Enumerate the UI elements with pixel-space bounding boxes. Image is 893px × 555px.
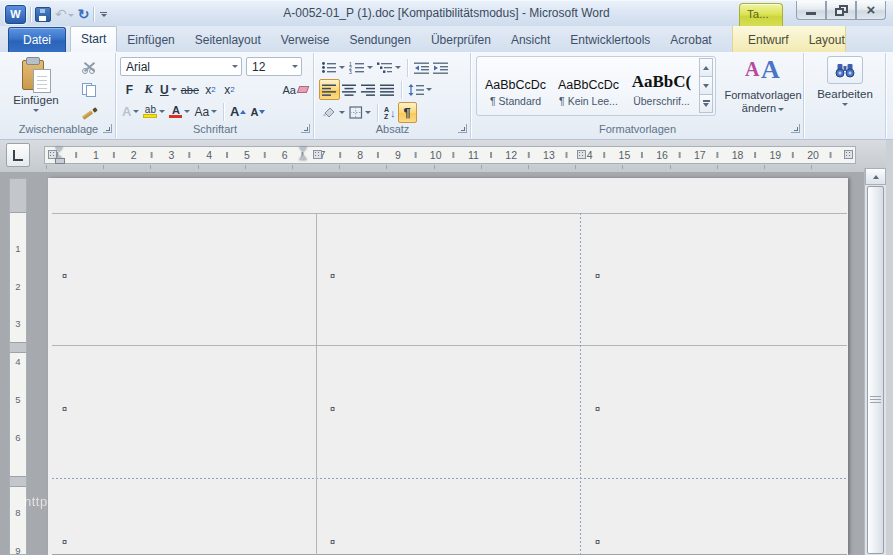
copy-icon bbox=[82, 83, 96, 97]
strikethrough-button[interactable]: abe bbox=[179, 80, 201, 99]
dialog-launcher-icon[interactable] bbox=[103, 124, 112, 133]
copy-button[interactable] bbox=[74, 80, 104, 100]
clipboard-mini-buttons bbox=[74, 57, 104, 123]
text-effects-button[interactable]: A bbox=[120, 102, 141, 121]
italic-button[interactable]: K bbox=[139, 80, 158, 99]
grow-font-glyph: A bbox=[230, 104, 239, 119]
left-indent-marker[interactable] bbox=[55, 158, 65, 164]
show-paragraph-marks-button[interactable]: ¶ bbox=[398, 102, 417, 123]
gallery-scroll-up-button[interactable] bbox=[699, 58, 713, 77]
clear-formatting-button[interactable]: Aa bbox=[281, 80, 310, 99]
font-name-combobox[interactable]: Arial bbox=[120, 57, 242, 76]
font-color-button[interactable]: A bbox=[167, 102, 192, 121]
chevron-down-icon bbox=[426, 88, 432, 91]
align-left-button[interactable] bbox=[319, 79, 340, 100]
document-page[interactable]: ¤¤¤¤¤¤¤¤¤ bbox=[48, 178, 848, 555]
editing-button[interactable]: Bearbeiten bbox=[811, 55, 879, 133]
horizontal-ruler[interactable]: 1234567891011121314151617181920 bbox=[44, 146, 856, 164]
gallery-more-button[interactable] bbox=[699, 94, 713, 113]
group-styles: AaBbCcDc ¶ Standard AaBbCcDc ¶ Kein Lee.… bbox=[472, 53, 804, 138]
shading-button[interactable] bbox=[319, 103, 347, 122]
bold-button[interactable]: F bbox=[120, 80, 139, 99]
tab-acrobat[interactable]: Acrobat bbox=[660, 29, 721, 52]
h-ruler-number: 8 bbox=[356, 149, 364, 161]
tab-entwicklertools[interactable]: Entwicklertools bbox=[560, 29, 660, 52]
tab-ueberpruefen[interactable]: Überprüfen bbox=[421, 29, 501, 52]
window-controls: × bbox=[796, 1, 886, 20]
tab-einfuegen[interactable]: Einfügen bbox=[117, 29, 184, 52]
bullets-button[interactable] bbox=[319, 58, 347, 77]
close-button[interactable]: × bbox=[856, 1, 886, 20]
superscript-button[interactable]: x2 bbox=[220, 80, 239, 99]
dialog-launcher-icon[interactable] bbox=[301, 124, 310, 133]
tab-ansicht[interactable]: Ansicht bbox=[501, 29, 560, 52]
gallery-scroll-down-button[interactable] bbox=[699, 76, 713, 95]
v-ruler-number: 3 bbox=[10, 318, 26, 329]
paste-button[interactable]: Einfügen bbox=[6, 55, 66, 133]
title-bar: W ↶ ↻ A-0052-01_P (1).doc [Kompatibilitä… bbox=[0, 0, 893, 26]
subscript-button[interactable]: x2 bbox=[201, 80, 220, 99]
text-highlight-button[interactable]: ab bbox=[141, 102, 167, 121]
underline-button[interactable]: U bbox=[158, 80, 179, 99]
tab-verweise[interactable]: Verweise bbox=[271, 29, 340, 52]
align-center-button[interactable] bbox=[340, 80, 359, 99]
tab-sendungen[interactable]: Sendungen bbox=[339, 29, 420, 52]
thumb-grip-icon bbox=[870, 395, 881, 403]
change-styles-label-2: ändern bbox=[724, 102, 802, 115]
increase-indent-button[interactable] bbox=[431, 58, 450, 77]
tab-layout[interactable]: Layout bbox=[799, 29, 855, 52]
line-spacing-button[interactable] bbox=[406, 80, 434, 99]
h-ruler-number: 9 bbox=[394, 149, 402, 161]
v-ruler-number: 9 bbox=[10, 545, 26, 555]
first-line-indent-marker[interactable] bbox=[55, 147, 63, 152]
eraser-icon bbox=[297, 86, 310, 93]
dialog-launcher-icon[interactable] bbox=[458, 124, 467, 133]
table-column-marker[interactable] bbox=[577, 150, 586, 159]
divider bbox=[401, 81, 402, 99]
numbering-button[interactable]: 123 bbox=[347, 58, 375, 77]
tab-datei[interactable]: Datei bbox=[8, 27, 66, 52]
scrollbar-thumb[interactable] bbox=[867, 186, 884, 554]
vertical-scrollbar[interactable] bbox=[864, 168, 886, 555]
style-card-kein-leerraum[interactable]: AaBbCcDc ¶ Kein Lee... bbox=[553, 59, 624, 113]
tab-start[interactable]: Start bbox=[70, 26, 117, 52]
shrink-font-button[interactable]: A bbox=[248, 102, 267, 121]
style-card-ueberschrift[interactable]: AaBbC( Überschrif... bbox=[626, 59, 697, 113]
scroll-up-button[interactable] bbox=[865, 168, 886, 185]
scissors-icon bbox=[82, 61, 97, 74]
chevron-down-icon bbox=[133, 110, 139, 113]
dialog-launcher-icon[interactable] bbox=[791, 124, 800, 133]
chevron-down-icon bbox=[292, 65, 298, 68]
font-size-combobox[interactable]: 12 bbox=[246, 57, 302, 76]
tab-selector-button[interactable] bbox=[6, 143, 30, 167]
triangle-down-icon bbox=[703, 84, 709, 88]
sub-2: 2 bbox=[211, 85, 215, 94]
tab-entwurf[interactable]: Entwurf bbox=[738, 29, 799, 52]
align-right-button[interactable] bbox=[359, 80, 378, 99]
sort-button[interactable]: AZ↓ bbox=[382, 103, 398, 122]
minimize-button[interactable] bbox=[796, 1, 826, 20]
table-column-marker[interactable] bbox=[313, 150, 322, 159]
style-card-standard[interactable]: AaBbCcDc ¶ Standard bbox=[480, 59, 551, 113]
group-editing: Bearbeiten bbox=[805, 53, 886, 138]
editing-label: Bearbeiten bbox=[811, 88, 879, 100]
group-label-font: Schriftart bbox=[117, 123, 313, 135]
line-spacing-icon bbox=[408, 84, 424, 96]
restore-button[interactable] bbox=[826, 1, 856, 20]
multilevel-list-button[interactable] bbox=[375, 58, 403, 77]
chevron-down-icon bbox=[159, 110, 165, 113]
borders-button[interactable] bbox=[347, 103, 373, 122]
change-case-button[interactable]: Aa bbox=[192, 102, 219, 121]
decrease-indent-button[interactable] bbox=[412, 58, 431, 77]
right-indent-marker[interactable] bbox=[299, 155, 307, 160]
cut-button[interactable] bbox=[74, 57, 104, 77]
format-painter-button[interactable] bbox=[74, 103, 104, 123]
tab-seitenlayout[interactable]: Seitenlayout bbox=[185, 29, 271, 52]
justify-button[interactable] bbox=[378, 80, 397, 99]
borders-grid-icon bbox=[349, 106, 363, 119]
right-indent-marker-top[interactable] bbox=[299, 147, 307, 152]
v-ruler-number: 1 bbox=[10, 243, 26, 254]
change-styles-button[interactable]: AA Formatvorlagen ändern bbox=[724, 55, 802, 133]
table-column-marker[interactable] bbox=[844, 150, 853, 159]
grow-font-button[interactable]: A bbox=[228, 102, 248, 121]
